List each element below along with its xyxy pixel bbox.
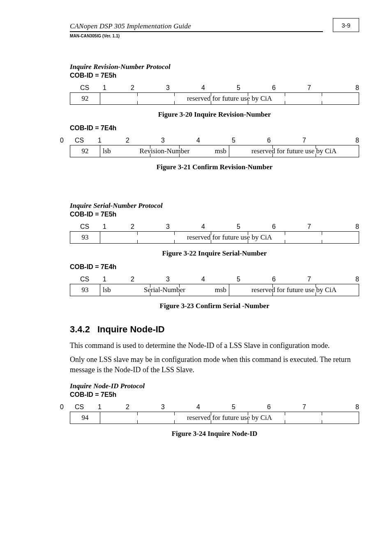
col-8: 8 [338, 137, 359, 144]
col-8: 8 [343, 276, 359, 283]
col-1: 1 [99, 84, 131, 92]
lsb-label: lsb [100, 284, 120, 296]
col-4: 4 [201, 84, 237, 92]
section-title: Inquire Node-ID [97, 324, 165, 334]
col-5: 5 [232, 137, 267, 144]
reserved-label: reserved for future use by CiA [187, 414, 272, 422]
col-7: 7 [307, 276, 343, 283]
proto3-reserved: reserved for future use by CiA [100, 412, 359, 424]
col-1: 1 [95, 137, 126, 144]
col-cs: CS [70, 403, 95, 411]
page-number: 3-9 [333, 18, 359, 32]
col-8: 8 [338, 403, 359, 411]
col-1: 1 [99, 223, 131, 230]
proto1-frame2: 92 lsb Revision-Number msb reserved for … [70, 145, 359, 157]
serial-number: Serial-Number [120, 284, 209, 296]
col-1: 1 [95, 403, 126, 411]
proto3-cob1: COB-ID = 7E5h [70, 391, 359, 398]
proto1-byte-numbers: CS 1 2 3 4 5 6 7 8 [70, 82, 359, 92]
section-number: 3.4.2 [70, 324, 90, 334]
doc-subtitle: MAN-CAN305IG (Ver. 1.1) [70, 34, 359, 38]
proto1-cob2: COB-ID = 7E4h [70, 124, 359, 132]
proto2b-byte-numbers: CS 1 2 3 4 5 6 7 8 [70, 273, 359, 283]
sernum-label: Serial-Number [144, 286, 185, 294]
col-4: 4 [201, 223, 237, 230]
lsb-label: lsb [100, 145, 120, 157]
col-7: 7 [307, 223, 343, 230]
col-2: 2 [131, 223, 166, 230]
col-5: 5 [237, 84, 272, 92]
section-p2: Only one LSS slave may be in configurati… [70, 355, 359, 375]
proto2-frame2: 93 lsb Serial-Number msb reserved for fu… [70, 284, 359, 296]
col-4: 4 [196, 137, 232, 144]
col-4: 4 [201, 276, 237, 283]
proto3-cs1: 94 [70, 412, 100, 424]
col-2: 2 [131, 84, 166, 92]
proto1-cs2: 92 [70, 145, 100, 157]
proto3-frame1: 94 reserved for future use by CiA [70, 412, 359, 424]
fig-3-21: Figure 3-21 Confirm Revision-Number [70, 163, 359, 171]
proto1-frame1: 92 reserved for future use by CiA [70, 92, 359, 105]
reserved-label: reserved for future use by CiA [187, 233, 272, 242]
proto2-frame1: 93 reserved for future use by CiA [70, 231, 359, 244]
col-3: 3 [166, 84, 201, 92]
fig-3-22: Figure 3-22 Inquire Serial-Number [70, 249, 359, 258]
col-2: 2 [131, 276, 166, 283]
proto2-byte-numbers: CS 1 2 3 4 5 6 7 8 [70, 221, 359, 230]
msb-label: msb [209, 284, 229, 296]
doc-title: CANopen DSP 305 Implementation Guide [70, 22, 323, 30]
col-7: 7 [307, 84, 343, 92]
header-left: CANopen DSP 305 Implementation Guide [70, 22, 323, 32]
col-0: 0 [60, 403, 70, 411]
revision-number: Revision-Number [120, 145, 209, 157]
col-cs: CS [70, 84, 99, 92]
fig-3-24: Figure 3-24 Inquire Node-ID [70, 430, 359, 438]
proto1-title: Inquire Revision-Number Protocol [70, 63, 359, 71]
reserved2-label: reserved for future use by CiA [251, 147, 337, 155]
col-3: 3 [166, 223, 201, 230]
proto1b-byte-numbers: 0 CS 1 2 3 4 5 6 7 8 [60, 134, 359, 144]
proto2-title: Inquire Serial-Number Protocol [70, 202, 359, 210]
section-p1: This command is used to determine the No… [70, 341, 359, 350]
col-7: 7 [302, 403, 338, 411]
proto1-cs1: 92 [70, 92, 100, 105]
col-7: 7 [302, 137, 338, 144]
col-5: 5 [237, 223, 272, 230]
proto3-title: Inquire Node-ID Protocol [70, 382, 359, 390]
proto1-cob1: COB-ID = 7E5h [70, 72, 359, 79]
proto2-cs2: 93 [70, 284, 100, 296]
col-1: 1 [99, 276, 131, 283]
col-5: 5 [237, 276, 272, 283]
col-6: 6 [267, 403, 302, 411]
reserved2-label: reserved for future use by CiA [251, 286, 337, 294]
col-6: 6 [272, 223, 307, 230]
col-8: 8 [343, 223, 359, 230]
col-2: 2 [126, 403, 161, 411]
fig-3-20: Figure 3-20 Inquire Revision-Number [70, 111, 359, 119]
col-2: 2 [126, 137, 161, 144]
col-cs: CS [70, 276, 99, 283]
col-4: 4 [196, 403, 232, 411]
msb-label: msb [209, 145, 229, 157]
proto2-reserved: reserved for future use by CiA [100, 231, 359, 244]
proto2-cob1: COB-ID = 7E5h [70, 211, 359, 218]
proto2-cob2: COB-ID = 7E4h [70, 263, 359, 271]
col-cs: CS [70, 223, 99, 230]
proto2-cs1: 93 [70, 231, 100, 244]
col-8: 8 [343, 84, 359, 92]
proto1-reserved: reserved for future use by CiA [100, 92, 359, 105]
proto3-byte-numbers: 0 CS 1 2 3 4 5 6 7 8 [60, 401, 359, 411]
fig-3-23: Figure 3-23 Confirm Serial -Number [70, 302, 359, 310]
proto2-reserved2: reserved for future use by CiA [229, 284, 359, 296]
col-3: 3 [161, 137, 196, 144]
col-0: 0 [60, 137, 70, 144]
revnum-label: Revision-Number [140, 147, 190, 155]
page-header: CANopen DSP 305 Implementation Guide 3-9 [70, 18, 359, 32]
col-3: 3 [166, 276, 201, 283]
col-5: 5 [232, 403, 267, 411]
col-6: 6 [272, 276, 307, 283]
col-3: 3 [161, 403, 196, 411]
section-heading: 3.4.2Inquire Node-ID [70, 324, 359, 335]
reserved-label: reserved for future use by CiA [187, 94, 272, 103]
col-6: 6 [272, 84, 307, 92]
